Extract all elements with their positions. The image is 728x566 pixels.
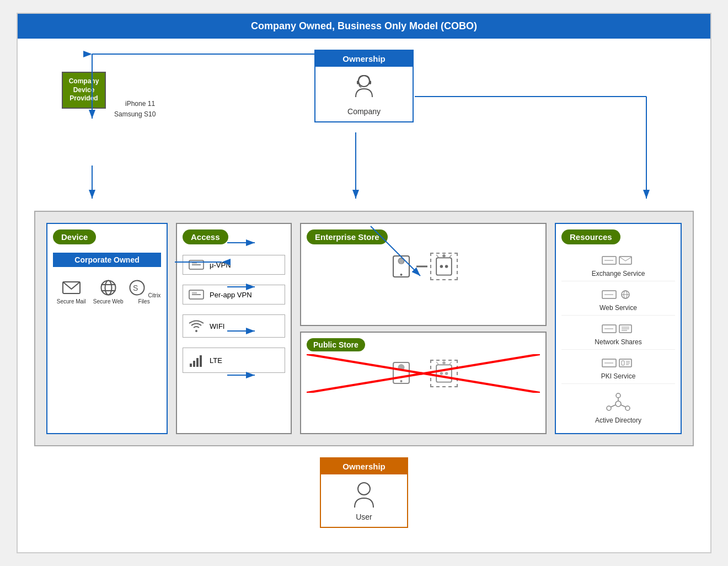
- svg-point-19: [105, 281, 111, 295]
- ownership-body-company: Company: [315, 67, 413, 121]
- exchange-icon-row: [602, 256, 635, 268]
- company-label: Company: [347, 107, 381, 116]
- network-shares-item: Network Shares: [561, 321, 675, 350]
- svg-point-18: [101, 281, 115, 295]
- web-service-icon-row: [602, 290, 635, 302]
- wifi-label: WIFI: [210, 322, 224, 330]
- company-person-icon: [350, 72, 378, 105]
- exchange-service-icon: [602, 256, 635, 268]
- access-item-perappvpn: Per-app VPN: [183, 285, 285, 305]
- svg-point-49: [440, 372, 443, 375]
- svg-rect-47: [436, 365, 452, 382]
- ownership-box-user: Ownership User: [320, 457, 408, 528]
- svg-rect-39: [436, 258, 452, 275]
- muvpn-icon: [189, 260, 204, 270]
- company-device-box: Company Device Provided: [62, 72, 106, 109]
- svg-point-77: [607, 406, 611, 410]
- secure-web-label: Secure Web: [93, 298, 124, 305]
- resources-section-label: Resources: [561, 229, 620, 244]
- network-shares-label: Network Shares: [595, 338, 641, 346]
- web-service-icon: [602, 290, 635, 302]
- main-content: Ownership Company: [18, 39, 710, 539]
- public-connector-icon: [416, 371, 427, 376]
- svg-rect-70: [622, 361, 624, 365]
- device-section: Device Corporate Owned Secure Mail: [46, 223, 168, 434]
- android-device-icon: [430, 253, 458, 280]
- access-item-lte: LTE: [183, 348, 285, 373]
- bottom-section: Ownership User: [34, 457, 694, 528]
- perappvpn-label: Per-app VPN: [210, 291, 252, 299]
- app-icons-row: Secure Mail Secure Web: [53, 273, 161, 310]
- public-android-device-icon: [430, 360, 458, 387]
- exchange-service-item: Exchange Service: [561, 253, 675, 281]
- network-shares-icon: [602, 324, 635, 337]
- access-section: Access μ-VPN: [176, 223, 292, 434]
- svg-point-48: [442, 361, 446, 364]
- title-text: Company Owned, Business Only Model (COBO…: [251, 20, 477, 31]
- active-directory-icon: [604, 393, 632, 415]
- secure-mail-item: Secure Mail: [53, 278, 89, 305]
- svg-point-45: [398, 364, 405, 371]
- svg-point-41: [440, 265, 443, 268]
- svg-text:S: S: [133, 284, 138, 292]
- svg-point-44: [400, 380, 403, 382]
- pki-service-item: PKI Service: [561, 355, 675, 384]
- diagram-area: Device Corporate Owned Secure Mail: [34, 211, 694, 446]
- store-section: Enterprise Store: [300, 223, 547, 434]
- connector-icon: [416, 264, 427, 269]
- active-directory-label: Active Directory: [595, 417, 641, 424]
- svg-point-40: [442, 254, 446, 258]
- svg-point-74: [615, 401, 621, 407]
- pki-service-label: PKI Service: [601, 372, 636, 380]
- svg-rect-16: [369, 81, 371, 84]
- access-item-muvpn: μ-VPN: [183, 255, 285, 275]
- exchange-service-label: Exchange Service: [592, 270, 645, 277]
- web-service-item: Web Service: [561, 287, 675, 316]
- ownership-title-company: Ownership: [315, 51, 413, 67]
- enterprise-store-label: Enterprise Store: [307, 229, 388, 244]
- access-section-label: Access: [183, 229, 228, 244]
- access-item-wifi: WIFI: [183, 314, 285, 338]
- perappvpn-icon: [189, 290, 204, 300]
- corporate-owned-badge: Corporate Owned: [53, 253, 161, 267]
- svg-line-78: [611, 405, 615, 407]
- svg-point-79: [625, 406, 630, 410]
- pki-icon-row: [602, 359, 635, 371]
- secure-web-item: Secure Web: [89, 278, 127, 305]
- svg-point-42: [445, 265, 448, 268]
- device-section-label: Device: [53, 229, 96, 244]
- ownership-title-user: Ownership: [321, 458, 407, 474]
- svg-rect-33: [196, 358, 199, 367]
- wifi-icon: [189, 319, 204, 333]
- resources-section: Resources Exchange Service: [555, 223, 682, 434]
- enterprise-store-apps: [307, 247, 540, 286]
- svg-point-75: [616, 393, 620, 398]
- secure-mail-label: Secure Mail: [57, 298, 86, 305]
- svg-point-30: [195, 330, 197, 332]
- svg-rect-34: [200, 355, 202, 367]
- svg-point-81: [358, 483, 370, 495]
- lte-icon: [189, 353, 204, 368]
- citrix-files-item: S Citrix Files: [127, 278, 161, 305]
- active-directory-icon-row: [604, 393, 632, 415]
- public-store-box: Public Store: [300, 332, 547, 435]
- secure-mail-icon: [62, 278, 81, 297]
- svg-point-36: [400, 274, 403, 276]
- diagram-wrapper: Company Owned, Business Only Model (COBO…: [17, 13, 711, 553]
- svg-line-80: [621, 405, 626, 407]
- title-bar: Company Owned, Business Only Model (COBO…: [18, 14, 710, 39]
- svg-rect-32: [193, 361, 195, 367]
- apple-device-icon: [389, 254, 414, 279]
- active-directory-item: Active Directory: [561, 389, 675, 428]
- user-person-icon: [350, 480, 378, 510]
- muvpn-label: μ-VPN: [210, 261, 231, 269]
- pki-service-icon: [602, 359, 635, 371]
- svg-rect-15: [357, 81, 359, 84]
- enterprise-store-box: Enterprise Store: [300, 223, 547, 326]
- network-shares-icon-row: [602, 324, 635, 337]
- public-store-apps: [307, 354, 540, 393]
- public-store-label: Public Store: [307, 338, 365, 351]
- secure-web-icon: [99, 278, 118, 297]
- ownership-body-user: User: [321, 474, 407, 527]
- citrix-files-icon: S: [127, 278, 147, 297]
